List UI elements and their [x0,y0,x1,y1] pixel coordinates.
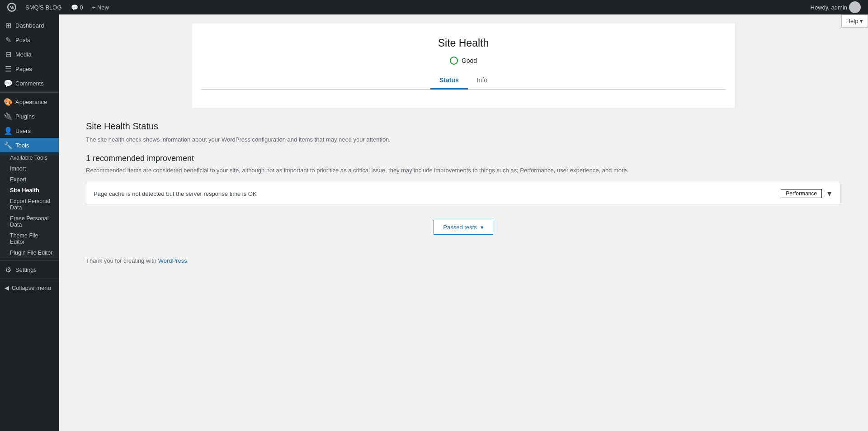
adminbar-avatar [849,1,861,13]
improvement-desc: Recommended items are considered benefic… [86,167,841,174]
improvement-title: 1 recommended improvement [86,154,841,163]
users-icon: 👤 [5,127,12,134]
health-status-indicator: Good [201,57,726,65]
health-circle-icon [450,57,458,65]
sidebar-item-label-users: Users [15,128,31,134]
sidebar-item-label-settings: Settings [15,266,37,273]
issue-text: Page cache is not detected but the serve… [94,190,257,197]
adminbar-comments[interactable]: 💬 0 [67,0,87,14]
tab-status[interactable]: Status [430,72,468,90]
sidebar-item-label-dashboard: Dashboard [15,22,44,29]
sidebar-item-posts[interactable]: ✎ Posts [0,33,59,47]
collapse-arrow-icon: ◀ [5,284,9,291]
adminbar-new[interactable]: + New [89,0,113,14]
nav-tabs: Status Info [201,72,726,90]
issue-badge: Performance [781,189,822,198]
passed-tests-chevron-icon: ▾ [481,224,484,231]
admin-bar: SMQ'S BLOG 💬 0 + New Howdy, admin [0,0,868,14]
sidebar-item-dashboard[interactable]: ⊞ Dashboard [0,18,59,33]
sidebar-item-label-plugins: Plugins [15,113,35,120]
adminbar-blog-name[interactable]: SMQ'S BLOG [22,0,66,14]
status-section-title: Site Health Status [86,121,841,132]
sidebar-item-label-pages: Pages [15,66,32,72]
tools-icon: 🔧 [5,142,12,149]
submenu-item-export[interactable]: Export [0,174,59,185]
issue-item: Page cache is not detected but the serve… [86,183,841,204]
appearance-icon: 🎨 [5,98,12,105]
help-button[interactable]: Help ▾ [841,14,868,28]
menu-separator-3 [0,279,59,279]
submenu-item-theme-file-editor[interactable]: Theme File Editor [0,230,59,247]
comment-icon: 💬 [71,4,78,11]
submenu-item-site-health[interactable]: Site Health [0,185,59,196]
main-content: Site Health Good Status Info Site Health… [59,14,868,431]
content-wrap: Site Health Good Status Info [192,24,735,108]
sidebar-item-plugins[interactable]: 🔌 Plugins [0,109,59,123]
page-title: Site Health [201,37,726,49]
health-status-label: Good [462,57,477,64]
status-section-desc: The site health check shows information … [86,136,841,143]
pages-icon: ☰ [5,65,12,72]
sidebar-item-label-posts: Posts [15,37,30,43]
footer-period: . [187,257,189,264]
sidebar-item-label-media: Media [15,51,31,58]
status-section: Site Health Status The site health check… [68,108,859,248]
issue-right: Performance ▾ [781,189,833,199]
media-icon: ⊟ [5,51,12,58]
passed-tests-button[interactable]: Passed tests ▾ [434,220,493,235]
sidebar-item-label-appearance: Appearance [15,99,47,105]
adminbar-new-label: + New [92,4,109,11]
submenu-item-erase-personal-data[interactable]: Erase Personal Data [0,213,59,230]
settings-icon: ⚙ [5,266,12,273]
passed-tests-label: Passed tests [443,224,476,231]
sidebar-item-comments[interactable]: 💬 Comments [0,76,59,90]
adminbar-comments-count: 0 [80,4,83,11]
submenu-item-available-tools[interactable]: Available Tools [0,152,59,163]
submenu-item-import[interactable]: Import [0,163,59,174]
adminbar-user-label: Howdy, admin [811,4,847,11]
posts-icon: ✎ [5,36,12,43]
collapse-menu-button[interactable]: ◀ Collapse menu [0,281,59,295]
submenu-item-plugin-file-editor[interactable]: Plugin File Editor [0,247,59,258]
sidebar-item-label-comments: Comments [15,80,44,87]
dashboard-icon: ⊞ [5,22,12,29]
plugins-icon: 🔌 [5,113,12,120]
collapse-menu-label: Collapse menu [12,284,51,291]
sidebar-item-tools[interactable]: 🔧 Tools [0,138,59,152]
sidebar-item-media[interactable]: ⊟ Media [0,47,59,62]
tab-info[interactable]: Info [468,72,496,90]
sidebar: ⊞ Dashboard ✎ Posts ⊟ Media ☰ Pages 💬 Co… [0,14,59,431]
sidebar-item-settings[interactable]: ⚙ Settings [0,262,59,277]
footer-wordpress-link[interactable]: WordPress [158,257,187,264]
sidebar-item-label-tools: Tools [15,142,29,149]
sidebar-item-appearance[interactable]: 🎨 Appearance [0,95,59,109]
footer-text: Thank you for creating with [86,257,158,264]
adminbar-howdy[interactable]: Howdy, admin [807,0,864,14]
submenu-item-export-personal-data[interactable]: Export Personal Data [0,196,59,213]
tools-submenu: Available Tools Import Export Site Healt… [0,152,59,258]
help-label: Help ▾ [846,18,863,24]
issue-expand-button[interactable]: ▾ [826,189,833,199]
sidebar-item-pages[interactable]: ☰ Pages [0,62,59,76]
comments-icon: 💬 [5,80,12,87]
footer-credit: Thank you for creating with WordPress. [68,248,859,273]
adminbar-blog-label: SMQ'S BLOG [25,4,62,11]
menu-separator-1 [0,92,59,93]
adminbar-wp-logo[interactable] [4,0,20,14]
menu-separator-2 [0,260,59,260]
sidebar-item-users[interactable]: 👤 Users [0,123,59,138]
